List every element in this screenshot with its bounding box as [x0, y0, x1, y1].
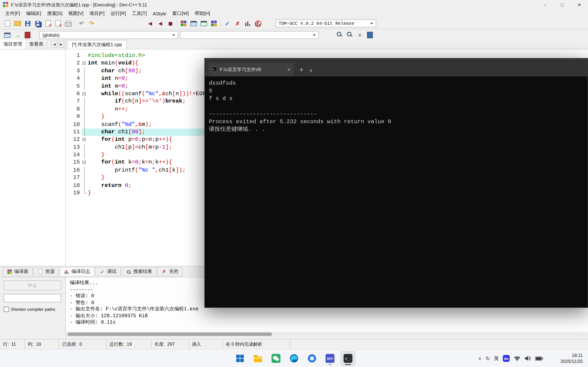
menu-item[interactable]: 运行[R] [107, 10, 129, 17]
taskbar-terminal-icon[interactable]: >_ [340, 351, 355, 366]
arrow-left-icon[interactable]: ◀ [145, 19, 155, 28]
taskbar-edge-icon[interactable] [286, 351, 301, 366]
tab-dropdown-button[interactable]: ∨ [309, 68, 312, 73]
taskbar-blue-app-icon[interactable] [304, 351, 320, 366]
console-window: >_ F:\c语言学习文件\作 ✕ + ∨ dssdfsds5f s d s -… [204, 58, 588, 308]
list-icon[interactable]: ≡ [355, 30, 365, 39]
menu-item[interactable]: 编辑[E] [23, 10, 44, 17]
tray-battery-icon[interactable] [535, 356, 543, 360]
compile-run-icon[interactable] [199, 19, 209, 28]
tray-baidu-icon[interactable]: du [503, 355, 510, 362]
class-toolbar-icons: → [0, 31, 33, 40]
close-all-icon[interactable]: ✕ [53, 19, 63, 28]
sidebar-tab-1[interactable]: 查看类 [26, 40, 47, 49]
taskbar-wechat-icon[interactable] [268, 351, 284, 366]
devcpp-logo-icon [3, 2, 8, 8]
syntax-check-icon[interactable]: ✓ [222, 19, 233, 28]
undo-icon[interactable]: ↶ [77, 19, 86, 28]
bottom-tab-5[interactable]: ✗关闭 [157, 267, 182, 276]
console-tab[interactable]: >_ F:\c语言学习文件\作 ✕ [208, 63, 294, 76]
tray-volume-icon[interactable] [525, 356, 531, 361]
clean-icon[interactable]: ✗ [233, 19, 242, 28]
log-line: - 输出大小: 128.12109375 KiB [70, 312, 584, 319]
compile-icon[interactable] [179, 19, 189, 28]
globals-select-value: (globals) [42, 32, 60, 38]
save-icon[interactable] [23, 19, 33, 28]
editor-window-icon[interactable] [2, 31, 12, 40]
bottom-tab-3[interactable]: ✓调试 [95, 267, 121, 276]
fold-toggle-icon[interactable] [82, 136, 88, 144]
console-output[interactable]: dssdfsds5f s d s -----------------------… [205, 76, 588, 137]
tray-wifi-icon[interactable] [514, 356, 520, 361]
fold-margin [82, 52, 88, 60]
bottom-tab-1[interactable]: 资源 [33, 267, 59, 276]
fold-toggle-icon[interactable] [82, 60, 88, 67]
menu-item[interactable]: 窗口[W] [169, 10, 192, 17]
line-number: 8 [66, 106, 82, 113]
run-icon[interactable] [189, 19, 199, 28]
members-select[interactable] [180, 31, 319, 39]
line-number: 16 [66, 167, 82, 174]
bottom-tab-4[interactable]: 搜索结果 [121, 267, 156, 276]
devcpp-window: F:\c语言学习文件\作业第六次编程1.cpp - [Executing] - … [0, 0, 588, 367]
menu-item[interactable]: AStyle [150, 10, 169, 17]
bottom-tab-0[interactable]: 编译器 [2, 267, 32, 276]
tabs-prev-button[interactable]: ◀ [52, 41, 57, 48]
goto-editor-icon[interactable]: → [12, 31, 23, 40]
fold-toggle-icon[interactable] [82, 159, 88, 167]
scrollbar-thumb[interactable] [68, 333, 272, 336]
shorten-paths-checkbox[interactable] [4, 307, 9, 312]
maximize-button[interactable]: □ [553, 0, 571, 10]
find-function-icon[interactable] [334, 30, 345, 39]
new-tab-button[interactable]: + [300, 66, 303, 74]
tabs-next-button[interactable]: ▶ [58, 41, 64, 48]
tray-ime-lang-icon[interactable]: 英 [494, 355, 499, 362]
editor-tab[interactable]: [*] 作业第六次编程1.cpp [67, 40, 127, 49]
tray-sync-icon[interactable]: ↻ [485, 355, 490, 361]
sidebar-tab-0[interactable]: 项目管理 [0, 40, 26, 49]
fold-toggle-icon[interactable] [82, 90, 88, 98]
cvs-book-icon[interactable] [23, 31, 33, 40]
arrow-left2-icon[interactable]: ◀ [155, 19, 165, 28]
book-icon[interactable] [365, 30, 375, 39]
status-cell-2: 已选择: 0 [59, 339, 107, 349]
print-icon[interactable] [63, 19, 73, 28]
profile-del-icon[interactable] [253, 19, 263, 28]
menu-item[interactable]: 视图[V] [65, 10, 86, 17]
line-number: 5 [66, 83, 82, 90]
svg-text:DEV: DEV [327, 357, 333, 360]
menu-item[interactable]: 搜索[S] [44, 10, 65, 17]
redo-icon[interactable]: ↷ [86, 19, 97, 28]
close-file-icon[interactable]: ✕ [43, 19, 53, 28]
pause-icon[interactable]: ▮▮ [165, 19, 175, 28]
profile-icon[interactable] [242, 19, 253, 28]
tray-chevron-up-icon[interactable]: ∧ [478, 356, 481, 361]
minimize-button[interactable]: – [536, 0, 553, 10]
menu-item[interactable]: 项目[P] [86, 10, 107, 17]
bottom-tab-2[interactable]: 编译日志 [60, 267, 95, 276]
taskbar-start-icon[interactable] [233, 351, 247, 366]
log-horizontal-scrollbar[interactable] [66, 332, 588, 337]
menu-item[interactable]: 工具[T] [129, 10, 150, 17]
rebuild-icon[interactable] [209, 19, 219, 28]
taskbar-explorer-icon[interactable] [251, 351, 266, 366]
bottom-tab-label: 编译器 [14, 269, 28, 275]
clock-time: 18:11 [572, 353, 583, 358]
fold-margin [82, 67, 88, 75]
console-tab-close-button[interactable]: ✕ [287, 67, 291, 72]
abort-button[interactable]: 中止 [4, 281, 61, 290]
save-all-icon[interactable] [33, 19, 43, 28]
magnifier-icon[interactable] [345, 30, 355, 39]
taskbar-clock[interactable]: 18:11 2025/11/25 [561, 352, 583, 364]
compiler-select[interactable]: TDM-GCC 4.9.2 64-bit Release [276, 19, 376, 27]
menu-item[interactable]: 文件[F] [2, 10, 23, 17]
menu-item[interactable]: 帮助[H] [192, 10, 213, 17]
bottom-tab-label: 资源 [45, 269, 55, 275]
new-file-icon[interactable] [2, 19, 12, 28]
open-file-icon[interactable] [12, 19, 23, 28]
taskbar-dev-cpp-icon[interactable]: DEV [322, 351, 337, 366]
close-button[interactable]: ✕ [571, 0, 588, 10]
globals-select[interactable]: (globals) [39, 31, 178, 39]
console-line: dssdfsds [209, 80, 583, 87]
shorten-paths-option[interactable]: Shorten compiler paths [4, 307, 61, 312]
